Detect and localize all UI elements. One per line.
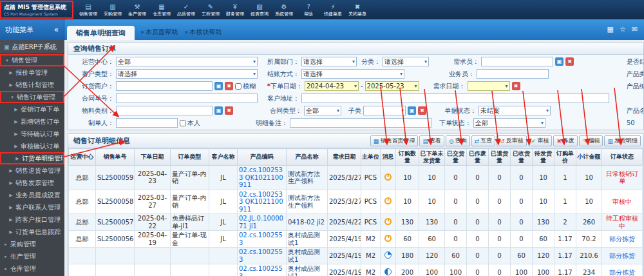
column-header[interactable]: 客户名称 bbox=[209, 149, 238, 166]
form-input[interactable] bbox=[477, 69, 549, 79]
breadcrumb-link[interactable]: »本页面帮助 bbox=[140, 28, 178, 37]
column-header[interactable]: 订购数量 bbox=[396, 149, 419, 166]
form-input[interactable] bbox=[301, 94, 609, 103]
sidebar-item[interactable]: ▶销售退货单管理 bbox=[0, 164, 64, 177]
top-menu-item[interactable]: ▤销售管理 bbox=[76, 2, 100, 17]
sidebar-item[interactable]: ▸仓库管理 bbox=[0, 262, 64, 275]
top-menu-item[interactable]: ✓品质管理 bbox=[174, 2, 198, 17]
sidebar-item[interactable]: ▶跨客户接口管理 bbox=[0, 213, 64, 226]
form-select[interactable]: 请选择▾ bbox=[301, 57, 357, 66]
column-header[interactable]: 已作废量 bbox=[467, 149, 489, 166]
sidebar-item[interactable]: ▶报价单管理 bbox=[0, 66, 64, 79]
toolbar-button[interactable]: ↺反审核 bbox=[497, 135, 527, 146]
date-input[interactable]: ▾ bbox=[468, 81, 510, 91]
toolbar-button[interactable]: ✔审核 bbox=[528, 135, 553, 146]
column-header[interactable]: 订单类型 bbox=[171, 149, 209, 166]
table-row[interactable]: 总部SL25000562025-04-19量产订单-现金JL02.cs.1002… bbox=[69, 231, 643, 248]
sidebar-item[interactable]: ▾销售订单管理 bbox=[0, 91, 64, 103]
clear-icon[interactable]: ✖ bbox=[512, 82, 520, 90]
column-header[interactable]: 已下单未发货量 bbox=[419, 149, 445, 166]
form-checkbox[interactable]: 模糊 bbox=[235, 82, 256, 91]
lookup-icon[interactable]: ▣ bbox=[214, 106, 223, 115]
sidebar-item[interactable]: ▶订货单信息跟踪 bbox=[0, 226, 64, 238]
toolbar-button[interactable]: ▥发货明细 bbox=[604, 135, 641, 146]
toolbar-button[interactable]: ✎编辑 bbox=[579, 135, 603, 146]
form-select[interactable]: 未结案▾ bbox=[478, 106, 551, 115]
top-menu-item[interactable]: ¥财务管理 bbox=[223, 2, 247, 17]
clear-icon[interactable]: ✖ bbox=[565, 57, 574, 66]
sidebar-item[interactable]: ▶销售发票管理 bbox=[0, 177, 64, 189]
clear-icon[interactable]: ✖ bbox=[418, 106, 426, 115]
table-row[interactable]: 02.cs.1002553奥村成品测试12025/4/19M2200100100… bbox=[69, 264, 643, 276]
sidebar-item[interactable]: ▾销售管理 bbox=[0, 54, 64, 66]
column-header[interactable]: 已退货量 bbox=[489, 149, 511, 166]
form-input[interactable] bbox=[290, 118, 431, 128]
column-header[interactable]: 下单日期 bbox=[135, 149, 171, 166]
sidebar-root[interactable]: ▣ 点踏ERP子系统 bbox=[0, 40, 64, 54]
top-menu-item[interactable]: ▧报表查询 bbox=[247, 2, 272, 17]
top-menu-item[interactable]: ✎工程管理 bbox=[198, 2, 223, 17]
table-row[interactable]: 02.cs.1002553奥村成品测试12025/4/19M2180120600… bbox=[69, 248, 643, 264]
toolbar-button[interactable]: ◎查询 bbox=[446, 135, 470, 146]
star-icon[interactable]: ☆ bbox=[620, 25, 626, 34]
column-header[interactable]: 主单位 bbox=[361, 149, 381, 166]
top-menu-item[interactable]: ⚙系统管理 bbox=[272, 2, 296, 17]
lookup-icon[interactable]: ▣ bbox=[408, 106, 416, 115]
form-input[interactable] bbox=[116, 94, 258, 103]
column-header[interactable]: 已交货量 bbox=[445, 149, 467, 166]
sidebar-item[interactable]: ▸采购管理 bbox=[0, 238, 64, 250]
sidebar-item[interactable]: ▶新增销售订单 bbox=[0, 115, 64, 128]
column-header[interactable]: 消息 bbox=[381, 149, 396, 166]
lookup-icon[interactable]: ▣ bbox=[555, 57, 564, 66]
lookup-icon[interactable]: ▣ bbox=[214, 82, 223, 90]
top-menu-item[interactable]: ⚡快捷菜单 bbox=[321, 2, 345, 17]
form-input[interactable] bbox=[116, 118, 178, 128]
form-select[interactable]: 全部▾ bbox=[116, 57, 258, 66]
sidebar-item[interactable]: ▶销售计划管理 bbox=[0, 79, 64, 91]
breadcrumb-link[interactable]: »本模块帮助 bbox=[184, 28, 222, 37]
tab-sales-detail-query[interactable]: 销售单明细查询 bbox=[67, 26, 135, 40]
sidebar-item[interactable]: ▶等待确认订单 bbox=[0, 128, 64, 140]
column-header[interactable]: 待发货量 bbox=[533, 149, 554, 166]
column-header[interactable]: 需求日期 bbox=[328, 149, 361, 166]
table-row[interactable]: 总部SL25000592025-04-23量产订单-内销JL02.cs.1002… bbox=[69, 166, 643, 190]
form-input[interactable] bbox=[481, 57, 553, 66]
form-input[interactable] bbox=[116, 81, 213, 91]
column-header[interactable]: 运营中心 bbox=[69, 149, 96, 166]
checkbox-input[interactable] bbox=[180, 120, 186, 126]
toolbar-button[interactable]: ▤查看 bbox=[419, 135, 444, 146]
form-select[interactable]: 请选择▾ bbox=[383, 57, 429, 66]
sidebar-item[interactable]: ▶促销订单下单 bbox=[0, 103, 64, 115]
sidebar-item[interactable]: ▶订货单明细管理 bbox=[0, 152, 64, 164]
date-input[interactable]: 2025-05-23▾ bbox=[365, 81, 419, 91]
toolbar-button[interactable]: ✖作废 bbox=[553, 135, 578, 146]
form-input[interactable] bbox=[116, 106, 213, 115]
column-header[interactable]: 订购单价 bbox=[554, 149, 576, 166]
form-select[interactable]: ▾ bbox=[363, 106, 406, 115]
top-menu-item[interactable]: ⚒生产管理 bbox=[125, 2, 149, 17]
table-row[interactable]: 总部SL25000572025-04-22免费样品订单-jl1JL02.JL.0… bbox=[69, 214, 643, 231]
column-header[interactable]: 产品名称 bbox=[287, 149, 328, 166]
clear-icon[interactable]: ✖ bbox=[225, 106, 233, 115]
function-menu-header[interactable]: 功能菜单 « bbox=[0, 19, 64, 40]
sidebar-item[interactable]: ▶审核确认订单 bbox=[0, 140, 64, 152]
form-checkbox[interactable]: 本人 bbox=[180, 119, 200, 128]
form-select[interactable]: 请选择▾ bbox=[301, 69, 404, 79]
sidebar-item[interactable]: ▸生产管理 bbox=[0, 250, 64, 262]
form-select[interactable]: 全部▾ bbox=[473, 118, 545, 128]
collapse-sidebar-icon[interactable]: « bbox=[54, 25, 59, 34]
sidebar-item[interactable]: ▶客户联系人管理 bbox=[0, 201, 64, 213]
column-header[interactable]: 销售单号 bbox=[96, 149, 135, 166]
form-select[interactable]: 全部▾ bbox=[304, 106, 341, 115]
column-header[interactable]: 已收货量 bbox=[511, 149, 533, 166]
table-row[interactable]: 总部SL25000582025-03-27量产订单-内销JL02.cs.1002… bbox=[69, 190, 643, 214]
top-menu-item[interactable]: ▦仓库管理 bbox=[149, 2, 174, 17]
column-header[interactable]: 小计金额 bbox=[576, 149, 602, 166]
column-header[interactable]: 产品编码 bbox=[238, 149, 287, 166]
clear-icon[interactable]: ✖ bbox=[225, 82, 233, 90]
top-menu-item[interactable]: ?帮助 bbox=[296, 2, 321, 17]
checkbox-input[interactable] bbox=[235, 83, 242, 90]
toolbar-button[interactable]: ⇄互查 bbox=[471, 135, 496, 146]
column-header[interactable]: 订单状态 bbox=[602, 149, 643, 166]
grid-icon[interactable]: ▦ bbox=[607, 25, 614, 34]
